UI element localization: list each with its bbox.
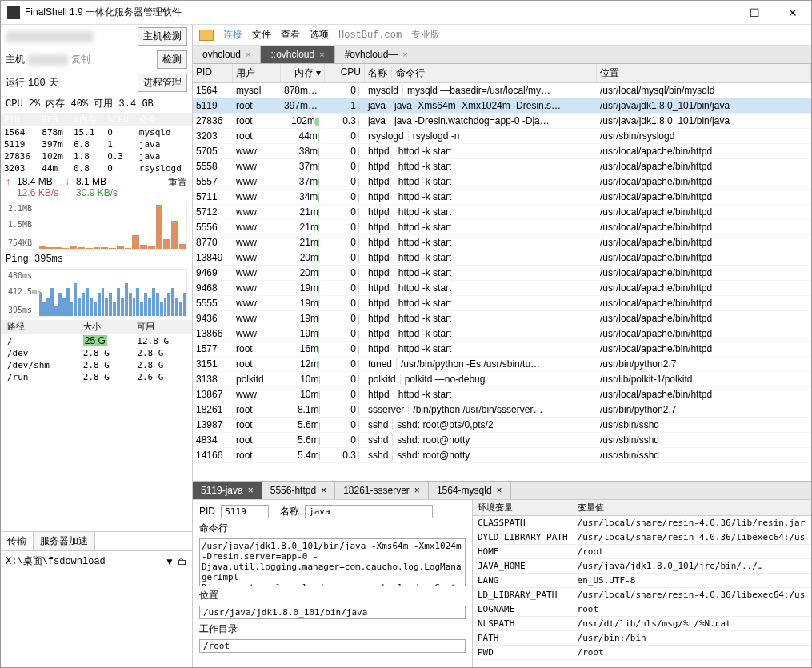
detail-wd-input[interactable]: [199, 639, 466, 653]
col-cpu[interactable]: %CPU: [104, 113, 136, 126]
close-icon[interactable]: ×: [246, 50, 250, 59]
col-pid[interactable]: PID: [193, 64, 233, 82]
env-col-name[interactable]: 环境变量: [473, 500, 573, 516]
detail-tab[interactable]: 5556-httpd×: [262, 482, 335, 499]
col-pid[interactable]: PID: [1, 113, 38, 126]
host-detect-button[interactable]: 主机检测: [138, 27, 187, 46]
close-icon[interactable]: ×: [497, 485, 502, 496]
env-row[interactable]: LD_LIBRARY_PATH/usr/local/share/resin-4.…: [473, 588, 811, 602]
proc-row[interactable]: 1577 root 16m 0| httpd┊httpd -k start /u…: [193, 342, 811, 357]
proc-row[interactable]: 13987 root 5.6m 0| sshd┊sshd: root@pts/0…: [193, 418, 811, 433]
server-tab[interactable]: #ovhcloud—×: [335, 46, 418, 63]
detail-cmd-text[interactable]: [199, 538, 466, 586]
server-tab[interactable]: ovhcloud×: [193, 46, 261, 63]
proc-row[interactable]: 5711 www 34m 0| httpd┊httpd -k start /us…: [193, 190, 811, 205]
proc-mgr-button[interactable]: 进程管理: [138, 74, 187, 92]
proc-row[interactable]: 1564 mysql 878m 0| mysqld┊mysqld —basedi…: [193, 83, 811, 98]
tab-accel[interactable]: 服务器加速: [34, 532, 95, 550]
detect-button[interactable]: 检测: [157, 50, 187, 69]
col-mem[interactable]: %内存: [70, 113, 104, 126]
col-cmd[interactable]: 命令: [136, 113, 192, 126]
col-mem[interactable]: 内存: [294, 67, 314, 78]
proc-table-body[interactable]: 1564 mysql 878m 0| mysqld┊mysqld —basedi…: [193, 83, 811, 481]
disk-col-size[interactable]: 大小: [77, 320, 131, 334]
env-row[interactable]: PWD/root: [473, 646, 811, 660]
env-row[interactable]: HOME/root: [473, 545, 811, 559]
menu-connect[interactable]: 连接: [223, 28, 242, 42]
folder-icon[interactable]: 🗀: [178, 556, 187, 567]
host-dropdown[interactable]: [6, 31, 94, 42]
proc-row[interactable]: 3138 polkitd 10m 0| polkitd┊polkitd —no-…: [193, 372, 811, 387]
tab-transfer[interactable]: 传输: [1, 532, 34, 550]
col-loc[interactable]: 位置: [597, 64, 811, 82]
detail-tab[interactable]: 5119-java×: [193, 482, 262, 499]
env-row[interactable]: CLASSPATH/usr/local/share/resin-4.0.36/l…: [473, 516, 811, 530]
bottom-tabs: 传输 服务器加速: [1, 532, 192, 551]
server-tab[interactable]: ::ovhcloud×: [261, 46, 334, 63]
reset-link[interactable]: 重置: [168, 176, 187, 198]
env-row[interactable]: PATH/usr/bin:/bin: [473, 631, 811, 646]
env-col-val[interactable]: 变量值: [573, 500, 811, 516]
proc-row[interactable]: 5119 root 397m 1| java┊java -Xms64m -Xmx…: [193, 98, 811, 114]
chevron-down-icon[interactable]: ▼: [165, 556, 174, 567]
uptime-label: 运行: [6, 76, 25, 90]
menu-options[interactable]: 选项: [310, 28, 329, 42]
mini-proc-row[interactable]: 320344m0.80rsyslogd: [1, 162, 192, 174]
disk-col-avail[interactable]: 可用: [130, 320, 192, 334]
proc-row[interactable]: 18261 root 8.1m 0| ssserver┊/bin/python …: [193, 402, 811, 418]
proc-row[interactable]: 5555 www 19m 0| httpd┊httpd -k start /us…: [193, 296, 811, 311]
env-row[interactable]: LOGNAMEroot: [473, 602, 811, 617]
menu-file[interactable]: 文件: [252, 28, 271, 42]
proc-row[interactable]: 13867 www 10m 0| httpd┊httpd -k start /u…: [193, 387, 811, 402]
proc-row[interactable]: 9469 www 20m 0| httpd┊httpd -k start /us…: [193, 266, 811, 281]
disk-row[interactable]: /run2.8 G2.6 G: [1, 371, 192, 383]
disk-col-path[interactable]: 路径: [1, 320, 77, 334]
detail-loc-input[interactable]: [199, 606, 466, 619]
proc-row[interactable]: 5712 www 21m 0| httpd┊httpd -k start /us…: [193, 205, 811, 220]
col-cpu[interactable]: CPU: [325, 64, 365, 82]
folder-icon[interactable]: [199, 30, 214, 41]
pro-link[interactable]: 专业版: [411, 28, 440, 42]
maximize-button[interactable]: ☐: [742, 6, 766, 19]
env-row[interactable]: JAVA_HOME/usr/java/jdk1.8.0_101/jre/bin/…: [473, 559, 811, 574]
close-button[interactable]: ✕: [781, 6, 805, 19]
close-icon[interactable]: ×: [248, 485, 254, 496]
close-icon[interactable]: ×: [414, 485, 420, 496]
col-user[interactable]: 用户: [233, 64, 281, 82]
mini-proc-row[interactable]: 27836102m1.80.3java: [1, 150, 192, 162]
disk-row[interactable]: /dev2.8 G2.8 G: [1, 347, 192, 359]
mini-proc-row[interactable]: 1564878m15.10mysqld: [1, 126, 192, 138]
detail-pid-input[interactable]: [221, 505, 269, 518]
disk-row[interactable]: /dev/shm2.8 G2.8 G: [1, 359, 192, 371]
detail-tab[interactable]: 1564-mysqld×: [429, 482, 511, 499]
detail-tab[interactable]: 18261-ssserver×: [335, 482, 429, 499]
proc-row[interactable]: 4834 root 5.6m 0| sshd┊sshd: root@notty …: [193, 433, 811, 448]
proc-row[interactable]: 13849 www 20m 0| httpd┊httpd -k start /u…: [193, 250, 811, 266]
disk-row[interactable]: /25 G12.8 G: [1, 334, 192, 348]
proc-row[interactable]: 14166 root 5.4m 0.3| sshd┊sshd: root@not…: [193, 448, 811, 463]
proc-row[interactable]: 13866 www 19m 0| httpd┊httpd -k start /u…: [193, 326, 811, 342]
mini-proc-row[interactable]: 5119397m6.81java: [1, 138, 192, 150]
proc-row[interactable]: 9436 www 19m 0| httpd┊httpd -k start /us…: [193, 311, 811, 326]
minimize-button[interactable]: —: [704, 6, 728, 19]
copy-link[interactable]: 复制: [71, 53, 90, 66]
proc-row[interactable]: 9468 www 19m 0| httpd┊httpd -k start /us…: [193, 281, 811, 296]
proc-row[interactable]: 5556 www 21m 0| httpd┊httpd -k start /us…: [193, 220, 811, 235]
host-link[interactable]: HostBuf.com: [338, 30, 402, 41]
menu-view[interactable]: 查看: [281, 28, 300, 42]
col-res[interactable]: RES: [38, 113, 70, 126]
close-icon[interactable]: ×: [402, 50, 407, 59]
detail-name-input[interactable]: [305, 505, 433, 518]
close-icon[interactable]: ×: [319, 50, 324, 59]
env-row[interactable]: NLSPATH/usr/dt/lib/nls/msg/%L/%N.cat: [473, 617, 811, 631]
close-icon[interactable]: ×: [321, 485, 326, 496]
proc-row[interactable]: 8770 www 21m 0| httpd┊httpd -k start /us…: [193, 235, 811, 250]
proc-row[interactable]: 5705 www 38m 0| httpd┊httpd -k start /us…: [193, 144, 811, 159]
env-row[interactable]: DYLD_LIBRARY_PATH/usr/local/share/resin-…: [473, 530, 811, 545]
proc-row[interactable]: 5558 www 37m 0| httpd┊httpd -k start /us…: [193, 159, 811, 174]
proc-row[interactable]: 5557 www 37m 0| httpd┊httpd -k start /us…: [193, 174, 811, 190]
proc-row[interactable]: 3203 root 44m 0| rsyslogd┊rsyslogd -n /u…: [193, 129, 811, 144]
env-row[interactable]: LANGen_US.UTF-8: [473, 574, 811, 588]
proc-row[interactable]: 27836 root 102m 0.3| java┊java -Dresin.w…: [193, 114, 811, 129]
proc-row[interactable]: 3151 root 12m 0| tuned┊/usr/bin/python -…: [193, 357, 811, 372]
